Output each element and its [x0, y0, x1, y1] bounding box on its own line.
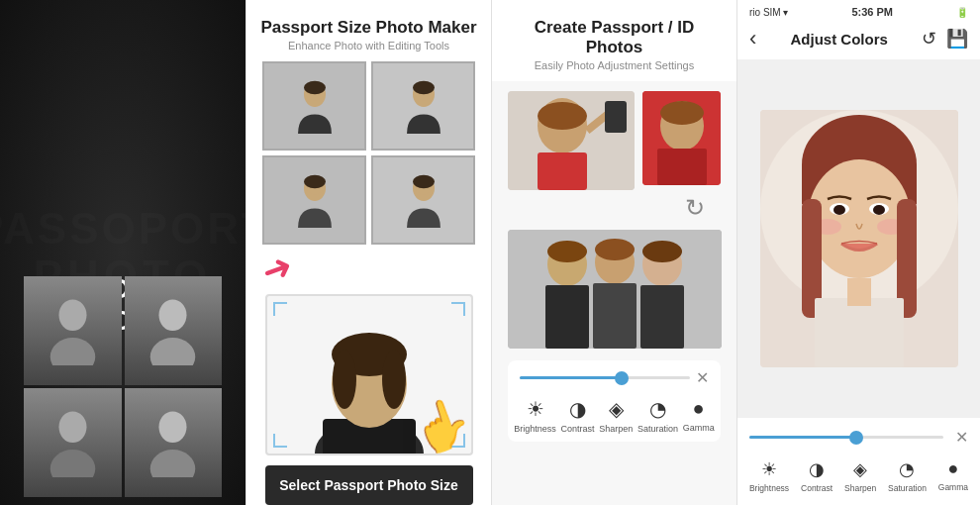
brightness-tool[interactable]: ☀ Brightness	[514, 397, 556, 434]
panel4-gamma-tool[interactable]: ● Gamma	[938, 458, 968, 493]
corner-tr-icon	[451, 302, 465, 316]
svg-rect-29	[538, 152, 587, 190]
svg-point-34	[660, 101, 704, 125]
panel3-slider-track[interactable]	[520, 376, 690, 379]
panel3-subtitle: Easily Photo Adjustment Settings	[504, 59, 725, 71]
panel4-gamma-icon: ●	[947, 458, 958, 479]
panel4-header-actions: ↺ 💾	[922, 28, 968, 50]
svg-rect-35	[657, 149, 707, 185]
svg-rect-39	[545, 285, 589, 349]
panel4-close-button[interactable]: ✕	[955, 428, 968, 447]
panel4-slider-track[interactable]	[749, 436, 943, 439]
svg-rect-45	[640, 285, 684, 349]
panel4-contrast-icon: ◑	[809, 458, 825, 480]
panel4-brightness-tool[interactable]: ☀ Brightness	[749, 458, 789, 493]
svg-point-25	[382, 350, 406, 409]
sharpen-tool[interactable]: ◈ Sharpen	[599, 397, 633, 434]
group-photo	[508, 230, 722, 349]
brightness-icon: ☀	[527, 397, 544, 421]
svg-point-24	[333, 350, 356, 409]
svg-point-7	[150, 450, 196, 477]
panel3-color-toolbar: ✕ ☀ Brightness ◑ Contrast ◈ Sharpen ◔ Sa…	[508, 360, 721, 442]
list-item	[371, 155, 475, 245]
select-passport-size-button[interactable]: Select Passport Photo Size	[265, 465, 473, 505]
panel4-title: Adjust Colors	[756, 31, 922, 48]
panel1-dark: PASSOPORT PHOTO PASSOPORT PHOTO	[0, 0, 245, 505]
list-item	[262, 155, 366, 245]
panel2-camera-preview: 👆	[265, 294, 473, 455]
save-button[interactable]: 💾	[946, 28, 968, 50]
panel4-sharpen-label: Sharpen	[844, 483, 876, 493]
panel4-header: ‹ Adjust Colors ↺ 💾	[737, 22, 980, 59]
battery-icon: 🔋	[956, 7, 968, 18]
panel4-contrast-label: Contrast	[801, 483, 833, 493]
svg-point-10	[304, 80, 326, 94]
svg-point-44	[642, 241, 682, 262]
svg-point-54	[833, 205, 845, 215]
panel3-toolbar-icons: ☀ Brightness ◑ Contrast ◈ Sharpen ◔ Satu…	[512, 393, 717, 434]
panel4-photo-display	[737, 59, 980, 418]
svg-point-2	[159, 300, 187, 332]
svg-point-4	[58, 412, 86, 444]
panel4-saturation-label: Saturation	[888, 483, 927, 493]
panel4-gamma-label: Gamma	[938, 482, 968, 492]
panel4-slider-thumb[interactable]	[849, 431, 863, 445]
sharpen-label: Sharpen	[599, 424, 633, 434]
panel4-toolbar: ✕ ☀ Brightness ◑ Contrast ◈ Sharpen ◔ Sa…	[737, 418, 980, 505]
panel4-brightness-icon: ☀	[761, 458, 777, 480]
arrow-icon: ➜	[256, 245, 299, 294]
panel2-subtitle: Enhance Photo with Editing Tools	[260, 40, 476, 51]
asian-portrait	[760, 110, 958, 367]
undo-button[interactable]: ↺	[922, 28, 936, 50]
svg-point-38	[547, 241, 587, 262]
contrast-tool[interactable]: ◑ Contrast	[561, 397, 595, 434]
panel4-slider-row: ✕	[743, 428, 974, 454]
back-button[interactable]: ‹	[749, 26, 756, 51]
gamma-tool[interactable]: ● Gamma	[683, 397, 715, 434]
panel4-saturation-icon: ◔	[899, 458, 915, 480]
panel3-slider-thumb[interactable]	[615, 371, 629, 385]
corner-tl-icon	[273, 302, 287, 316]
panel4-contrast-tool[interactable]: ◑ Contrast	[801, 458, 833, 493]
selfie-photo	[508, 91, 635, 190]
gamma-icon: ●	[693, 397, 705, 420]
selfie-area	[508, 91, 721, 190]
svg-rect-59	[815, 298, 904, 367]
panel3-close-button[interactable]: ✕	[696, 368, 709, 387]
svg-rect-42	[593, 283, 637, 349]
list-item	[262, 61, 366, 151]
list-item	[125, 388, 223, 497]
svg-point-1	[50, 338, 96, 365]
panel1-photo-grid	[14, 276, 232, 505]
panel3-title: Create Passport / ID Photos	[504, 18, 725, 57]
svg-point-19	[413, 174, 435, 188]
list-item	[24, 388, 122, 497]
svg-rect-60	[847, 278, 871, 306]
contrast-label: Contrast	[561, 424, 595, 434]
panel2-photo-maker: Passport Size Photo Maker Enhance Photo …	[245, 0, 491, 505]
panel2-photo-grid	[246, 61, 491, 245]
panel4-adjust-colors: rio SIM ▾ 5:36 PM 🔋 ‹ Adjust Colors ↺ 💾	[736, 0, 980, 505]
corner-bl-icon	[273, 434, 287, 448]
saturation-label: Saturation	[637, 424, 678, 434]
brightness-label: Brightness	[514, 424, 556, 434]
svg-point-13	[413, 80, 435, 94]
panel4-saturation-tool[interactable]: ◔ Saturation	[888, 458, 927, 493]
svg-point-6	[159, 412, 187, 444]
panel2-title: Passport Size Photo Maker	[260, 18, 476, 38]
panel2-header: Passport Size Photo Maker Enhance Photo …	[248, 0, 488, 61]
small-portrait	[642, 91, 721, 185]
panel4-brightness-label: Brightness	[749, 483, 789, 493]
panel3-header: Create Passport / ID Photos Easily Photo…	[492, 0, 736, 81]
svg-point-56	[873, 205, 885, 215]
svg-point-3	[150, 338, 196, 365]
panel3-slider-row: ✕	[512, 368, 717, 393]
curved-arrow-icon: ↻	[508, 194, 721, 222]
arrow-row: ➜	[246, 245, 491, 294]
saturation-tool[interactable]: ◔ Saturation	[637, 397, 678, 434]
svg-point-0	[58, 300, 86, 332]
svg-point-5	[50, 450, 96, 477]
carrier-text: rio SIM ▾	[749, 7, 788, 18]
panel4-sharpen-tool[interactable]: ◈ Sharpen	[844, 458, 876, 493]
sharpen-icon: ◈	[609, 397, 624, 421]
